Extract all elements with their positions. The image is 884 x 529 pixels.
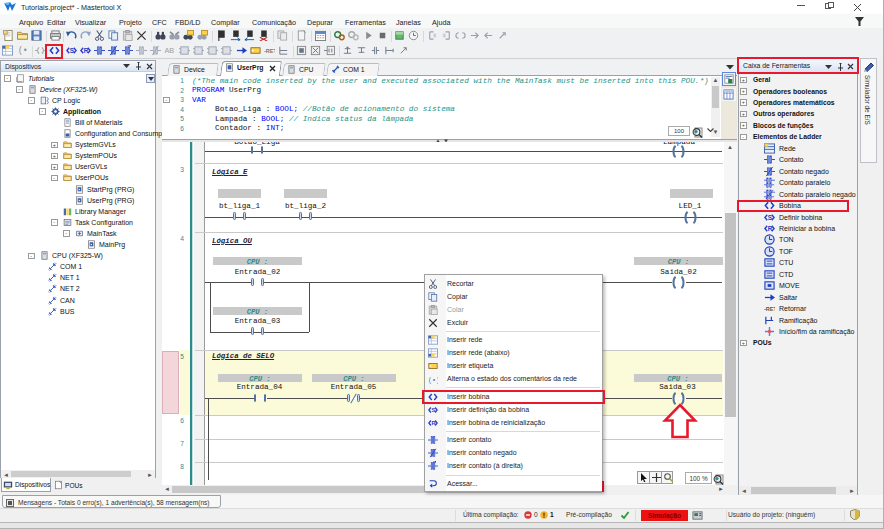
svg-text:(•): (•): [18, 46, 28, 55]
svg-text:S: S: [70, 47, 75, 54]
svg-text:(•): (•): [428, 375, 438, 383]
svg-text:-RET: -RET: [764, 306, 775, 312]
svg-text:R: R: [768, 225, 773, 232]
svg-text:-RET: -RET: [264, 48, 275, 54]
svg-text:R: R: [84, 47, 89, 54]
svg-text:AB: AB: [164, 46, 174, 55]
svg-text:S: S: [432, 407, 436, 413]
svg-text:S: S: [768, 213, 773, 220]
